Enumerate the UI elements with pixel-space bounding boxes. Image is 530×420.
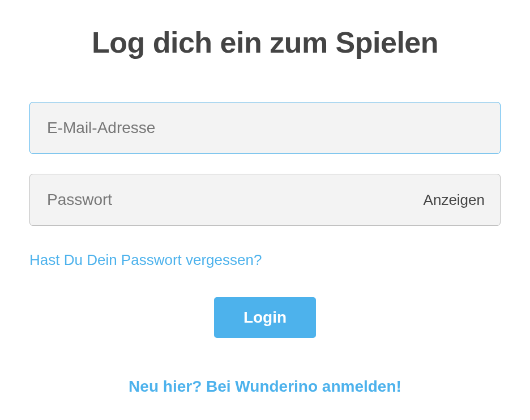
password-input-wrapper: Anzeigen — [29, 174, 501, 226]
email-field[interactable] — [29, 102, 501, 154]
signup-link[interactable]: Neu hier? Bei Wunderino anmelden! — [29, 378, 501, 396]
login-button[interactable]: Login — [214, 297, 316, 338]
page-title: Log dich ein zum Spielen — [29, 25, 501, 59]
login-form-container: Log dich ein zum Spielen Anzeigen Hast D… — [29, 25, 501, 396]
forgot-password-link[interactable]: Hast Du Dein Passwort vergessen? — [29, 251, 501, 269]
show-password-toggle[interactable]: Anzeigen — [424, 191, 485, 209]
email-input-wrapper — [29, 102, 501, 154]
